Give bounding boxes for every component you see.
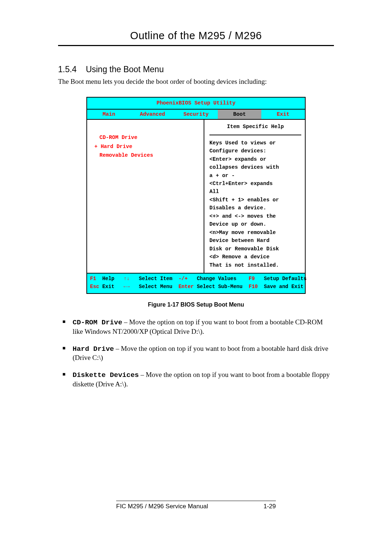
bios-tab-security[interactable]: Security	[174, 110, 218, 119]
help-line: Disk or Removable Disk	[209, 245, 301, 253]
intro-text: The Boot menu lets you decide the boot o…	[58, 77, 334, 86]
bios-help-title: Item Specific Help	[209, 123, 301, 135]
help-line: Configure devices:	[209, 147, 301, 155]
key-enter-label: Select Sub-Menu	[197, 283, 242, 291]
bullet-cdrom: CD-ROM Drive – Move the option on top if…	[67, 318, 334, 336]
bios-tab-advanced[interactable]: Advanced	[131, 110, 174, 119]
section-heading: 1.5.4 Using the Boot Menu	[58, 64, 334, 75]
bios-footer-keys: F1 Help ↑↓ Select Item -/+ Change Values…	[87, 273, 305, 293]
boot-item-removable[interactable]: Removable Devices	[89, 151, 201, 159]
key-updown-label: Select Item	[139, 275, 172, 283]
key-minusplus-label: Change Values	[197, 275, 236, 283]
help-line: Device between Hard	[209, 237, 301, 245]
figure-caption: Figure 1-17 BIOS Setup Boot Menu	[58, 301, 334, 309]
help-line: All	[209, 188, 301, 196]
section-number: 1.5.4	[58, 64, 83, 75]
bios-tab-bar: Main Advanced Security Boot Exit	[87, 110, 305, 120]
boot-item-cdrom[interactable]: CD-ROM Drive	[89, 134, 201, 141]
help-line: <d> Remove a device	[209, 253, 301, 261]
boot-item-hard-drive[interactable]: + Hard Drive	[89, 143, 201, 151]
bullet-name: Hard Drive	[73, 345, 114, 353]
key-f1-label: Help	[102, 275, 115, 283]
bios-help-panel: Item Specific Help Keys Used to views or…	[204, 120, 305, 273]
bios-tab-main[interactable]: Main	[87, 110, 131, 119]
help-line: a + or -	[209, 172, 301, 180]
footer-page-number: 1-29	[264, 502, 276, 510]
help-line: collapses devices with	[209, 163, 301, 171]
section-title: Using the Boot Menu	[86, 65, 164, 74]
key-f10: F10	[249, 283, 258, 291]
key-leftright: ←→	[123, 283, 130, 291]
key-leftright-label: Select Menu	[139, 283, 172, 291]
bullet-diskette: Diskette Devices – Move the option on to…	[67, 370, 334, 389]
help-line: <Enter> expands or	[209, 155, 301, 163]
help-line: <Ctrl+Enter> expands	[209, 180, 301, 188]
key-f10-label: Save and Exit	[264, 283, 303, 291]
key-f1: F1	[90, 275, 96, 283]
bullet-name: Diskette Devices	[73, 371, 139, 379]
bios-tab-boot[interactable]: Boot	[218, 110, 261, 119]
help-line: Disables a device.	[209, 204, 301, 212]
footer-left: FIC M295 / M296 Service Manual	[116, 502, 208, 510]
key-f9-label: Setup Defaults	[264, 275, 307, 283]
help-line: That is not installed.	[209, 261, 301, 269]
key-minusplus: -/+	[179, 275, 188, 283]
key-esc: Esc	[90, 283, 99, 291]
key-enter: Enter	[179, 283, 194, 291]
help-line: <Shift + 1> enables or	[209, 196, 301, 204]
key-esc-label: Exit	[102, 283, 115, 291]
key-f9: F9	[249, 275, 255, 283]
bullet-name: CD-ROM Drive	[73, 319, 122, 327]
page-title: Outline of the M295 / M296	[58, 29, 334, 46]
key-updown: ↑↓	[123, 275, 130, 283]
bios-tab-exit[interactable]: Exit	[261, 110, 305, 119]
bios-boot-order-list: CD-ROM Drive + Hard Drive Removable Devi…	[87, 120, 204, 273]
bios-setup-screenshot: PhoenixBIOS Setup Utility Main Advanced …	[86, 97, 306, 294]
help-line: <n>May move removable	[209, 229, 301, 237]
page-footer: FIC M295 / M296 Service Manual 1-29	[116, 501, 276, 510]
bullet-hard-drive: Hard Drive – Move the option on top if y…	[67, 344, 334, 362]
help-line: Device up or down.	[209, 220, 301, 228]
bios-title: PhoenixBIOS Setup Utility	[87, 98, 305, 109]
help-line: <+> and <-> moves the	[209, 212, 301, 220]
help-line: Keys Used to views or	[209, 139, 301, 147]
